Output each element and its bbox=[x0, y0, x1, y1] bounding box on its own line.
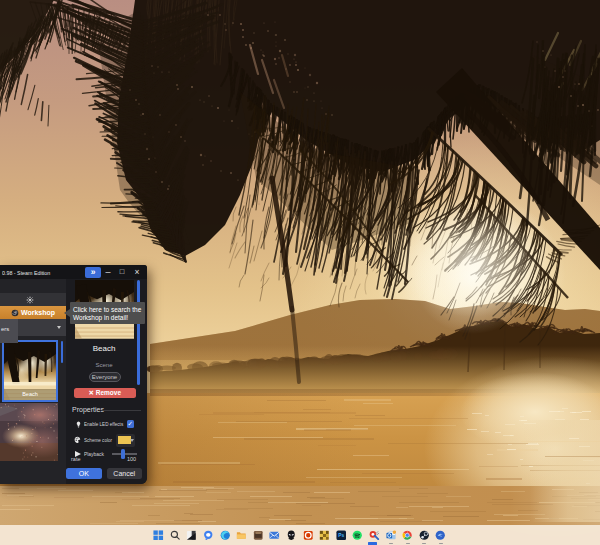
svg-text:Ps: Ps bbox=[338, 533, 344, 538]
